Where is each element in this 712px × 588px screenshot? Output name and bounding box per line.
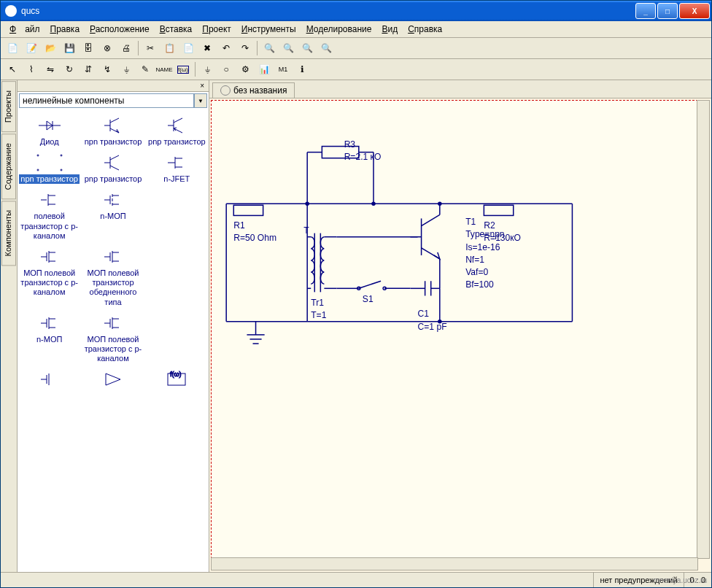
document-icon [220,85,231,96]
component-pmos2[interactable]: МОП полевой транзистор с p-каналом [81,310,144,367]
component-eqn[interactable]: f(ω) [145,366,209,394]
component-list[interactable]: Диод npn транзистор pnp транзистор npn т… [18,109,209,572]
close-button[interactable]: X [679,3,710,19]
statusbar: нет предупреждений 0 : 0 [1,572,711,587]
view-data-icon[interactable]: 📊 [255,61,273,78]
svg-text:Bf=100: Bf=100 [465,279,494,290]
maximize-button[interactable]: □ [657,3,678,19]
rotate-icon[interactable]: ↻ [61,61,78,78]
component-opamp[interactable] [81,366,144,394]
app-icon [5,5,17,17]
menu-layout[interactable]: Расположение [85,23,154,36]
component-nmos2[interactable]: n-МОП [18,310,81,367]
save-icon[interactable]: 💾 [61,39,78,57]
simulate-icon[interactable]: ⚙ [236,61,254,78]
content-area: Проекты Содержание Компоненты × ▼ Диод n… [1,80,711,572]
print-icon[interactable]: 🖨 [117,39,135,57]
zoom-out-icon[interactable]: 🔍 [279,39,297,57]
new-file-icon[interactable]: 📄 [4,39,21,57]
ground-icon[interactable]: ⏚ [198,61,216,78]
menu-simulation[interactable]: Моделирование [302,23,376,36]
zoom-100-icon[interactable]: 🔍 [317,39,335,57]
close-file-icon[interactable]: ⊗ [98,39,116,57]
help-icon[interactable]: ℹ [293,61,311,78]
minimize-button[interactable]: _ [635,3,656,19]
schematic-canvas[interactable]: R3 R=2.1 кО R1 R=50 Ohm [211,100,698,559]
menu-edit[interactable]: Правка [46,23,85,36]
paste-icon[interactable]: 📄 [179,39,197,57]
titlebar[interactable]: qucs _ □ X [1,1,711,21]
component-nmos[interactable]: n-МОП [81,187,144,244]
chevron-down-icon[interactable]: ▼ [194,93,207,108]
component-npn-sub[interactable]: npn транзистор [18,150,81,187]
svg-text:R=2.1 кО: R=2.1 кО [344,152,382,162]
schematic-svg: R3 R=2.1 кО R1 R=50 Ohm [212,101,697,565]
tab-content[interactable]: Содержание [1,134,16,199]
svg-point-11 [61,155,62,156]
canvas-wrap: R3 R=2.1 кО R1 R=50 Ohm [209,98,711,572]
component-extra1[interactable] [18,366,81,394]
menu-tools[interactable]: Инструменты [237,23,301,36]
horizontal-scrollbar[interactable] [211,557,698,570]
sidebar-close-icon[interactable]: × [197,82,207,90]
component-npn[interactable]: npn транзистор [81,112,144,150]
window-title: qucs [21,6,635,16]
component-pnp-sub[interactable]: pnp транзистор [81,150,144,187]
menu-view[interactable]: Вид [377,23,402,36]
insert-ground-icon[interactable]: ⏚ [117,61,135,78]
menu-help[interactable]: Справка [403,23,446,36]
component-diode[interactable]: Диод [18,112,81,150]
insert-port-icon[interactable]: ✎ [136,61,154,78]
component-pfet[interactable]: полевой транзистор с p-каналом [18,187,81,244]
window-buttons: _ □ X [635,3,710,19]
mirror-h-icon[interactable]: ⇋ [42,61,59,78]
port-icon[interactable]: ○ [217,61,235,78]
sidebar-header: × [18,80,209,92]
svg-text:S1: S1 [363,294,374,304]
tab-components[interactable]: Компоненты [1,201,16,266]
svg-text:f(ω): f(ω) [170,371,182,378]
wire-icon[interactable]: ⌇ [23,61,40,78]
zoom-fit-icon[interactable]: 🔍 [298,39,316,57]
tab-projects[interactable]: Проекты [1,81,16,132]
component-njfet[interactable]: n-JFET [145,150,209,187]
menu-project[interactable]: Проект [198,23,236,36]
open-icon[interactable]: 📂 [42,39,59,57]
svg-text:Type=npn: Type=npn [465,229,504,239]
zoom-in-icon[interactable]: 🔍 [260,39,278,57]
document-tabs: без названия [209,80,711,98]
save-all-icon[interactable]: 🗄 [80,39,97,57]
component-mos-dep[interactable]: МОП полевой транзистор обедненного типа [81,244,144,310]
svg-text:T=1: T=1 [311,310,326,320]
svg-point-10 [37,155,39,156]
main-area: без названия R3 R=2.1 кО [209,80,711,572]
undo-icon[interactable]: ↶ [217,39,235,57]
cut-icon[interactable]: ✂ [142,39,159,57]
svg-text:Tr1: Tr1 [311,298,324,308]
deactivate-icon[interactable]: ↯ [98,61,116,78]
menu-insert[interactable]: Вставка [155,23,197,36]
marker-icon[interactable]: M1 [274,61,292,78]
category-combo[interactable]: ▼ [19,93,207,108]
toolbar-2: ↖ ⌇ ⇋ ↻ ⇵ ↯ ⏚ ✎ NAME f(ω) ⏚ ○ ⚙ 📊 M1 ℹ [1,59,711,80]
redo-icon[interactable]: ↷ [236,39,254,57]
svg-text:Is=1e-16: Is=1e-16 [465,242,500,252]
mirror-v-icon[interactable]: ⇵ [80,61,97,78]
equation-icon[interactable]: f(ω) [174,61,192,78]
category-input[interactable] [19,93,194,108]
label-icon[interactable]: NAME [155,61,173,78]
menu-file[interactable]: Файл [5,23,44,36]
svg-line-4 [110,118,119,123]
new-text-icon[interactable]: 📝 [23,39,40,57]
vertical-scrollbar[interactable] [697,100,710,559]
svg-point-12 [37,169,39,171]
component-pnp[interactable]: pnp транзистор [145,112,209,150]
copy-icon[interactable]: 📋 [160,39,178,57]
select-icon[interactable]: ↖ [4,61,21,78]
svg-text:T1: T1 [465,217,476,227]
component-empty1 [145,187,209,244]
document-tab[interactable]: без названия [212,82,295,98]
watermark: mneniya.ucoz.ru [654,576,707,584]
delete-icon[interactable]: ✖ [198,39,216,57]
component-pmos[interactable]: МОП полевой транзистор с p-каналом [18,244,81,310]
